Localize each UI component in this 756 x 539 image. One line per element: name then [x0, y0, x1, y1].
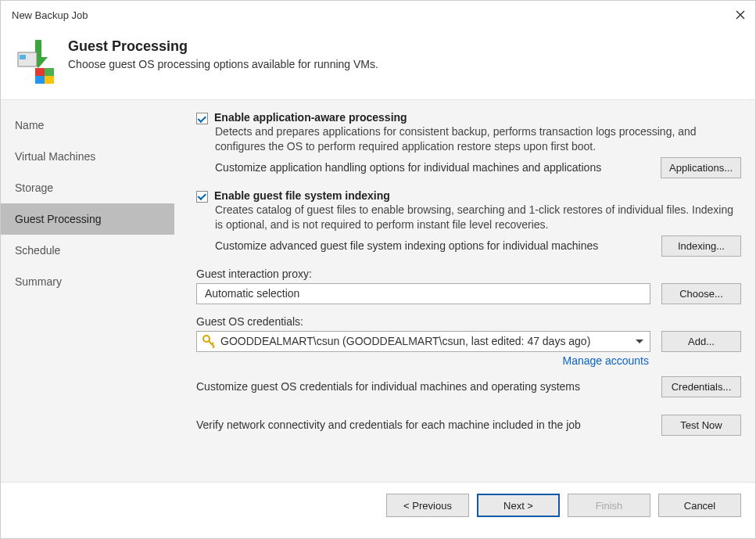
- wizard-header: Guest Processing Choose guest OS process…: [1, 27, 755, 99]
- verify-text: Verify network connectivity and credenti…: [196, 419, 652, 431]
- guest-processing-icon: [13, 38, 56, 85]
- applications-button[interactable]: Applications...: [661, 157, 741, 178]
- indexing-label: Enable guest file system indexing: [214, 189, 390, 202]
- indexing-desc: Creates catalog of guest files to enable…: [215, 203, 741, 232]
- previous-button[interactable]: < Previous: [386, 494, 469, 517]
- chevron-down-icon: [636, 340, 643, 343]
- credentials-dropdown[interactable]: GOODDEALMART\csun (GOODDEALMART\csun, la…: [196, 331, 650, 352]
- add-credentials-button[interactable]: Add...: [661, 331, 741, 352]
- credentials-label: Guest OS credentials:: [196, 315, 741, 328]
- proxy-label: Guest interaction proxy:: [196, 268, 741, 280]
- svg-rect-4: [35, 68, 45, 76]
- svg-rect-7: [45, 76, 54, 84]
- sidebar-item-summary[interactable]: Summary: [1, 266, 174, 297]
- sidebar-item-name[interactable]: Name: [1, 110, 174, 141]
- next-button[interactable]: Next >: [477, 494, 560, 517]
- close-icon[interactable]: [735, 9, 746, 20]
- sidebar-item-guest-processing[interactable]: Guest Processing: [1, 203, 174, 235]
- svg-point-8: [203, 336, 210, 342]
- indexing-checkbox[interactable]: [196, 191, 208, 203]
- app-aware-checkbox[interactable]: [196, 113, 208, 124]
- sidebar-item-storage[interactable]: Storage: [1, 172, 174, 203]
- wizard-content: Enable application-aware processing Dete…: [174, 100, 755, 482]
- key-icon: [202, 334, 216, 348]
- wizard-footer: < Previous Next > Finish Cancel: [1, 483, 755, 517]
- manage-accounts-link[interactable]: Manage accounts: [562, 354, 649, 367]
- credentials-customize-text: Customize guest OS credentials for indiv…: [196, 380, 652, 393]
- app-aware-desc: Detects and prepares applications for co…: [215, 124, 741, 154]
- credentials-button[interactable]: Credentials...: [661, 376, 741, 397]
- svg-rect-3: [20, 55, 26, 59]
- credentials-value: GOODDEALMART\csun (GOODDEALMART\csun, la…: [220, 335, 590, 347]
- proxy-field: Automatic selection: [196, 283, 650, 304]
- wizard-sidebar: Name Virtual Machines Storage Guest Proc…: [1, 100, 174, 482]
- choose-proxy-button[interactable]: Choose...: [661, 283, 741, 304]
- proxy-value: Automatic selection: [205, 287, 299, 300]
- window-title: New Backup Job: [12, 9, 88, 21]
- indexing-button[interactable]: Indexing...: [661, 235, 741, 257]
- svg-rect-5: [45, 68, 54, 76]
- sidebar-item-virtual-machines[interactable]: Virtual Machines: [1, 141, 174, 172]
- indexing-customize-text: Customize advanced guest file system ind…: [215, 239, 652, 252]
- page-title: Guest Processing: [68, 38, 378, 55]
- app-aware-label: Enable application-aware processing: [214, 111, 407, 124]
- app-aware-customize-text: Customize application handling options f…: [215, 161, 651, 174]
- page-subtitle: Choose guest OS processing options avail…: [68, 58, 378, 70]
- cancel-button[interactable]: Cancel: [658, 494, 741, 517]
- title-bar: New Backup Job: [1, 1, 755, 27]
- sidebar-item-schedule[interactable]: Schedule: [1, 235, 174, 266]
- test-now-button[interactable]: Test Now: [661, 415, 741, 436]
- svg-rect-6: [35, 76, 45, 84]
- finish-button: Finish: [568, 494, 650, 517]
